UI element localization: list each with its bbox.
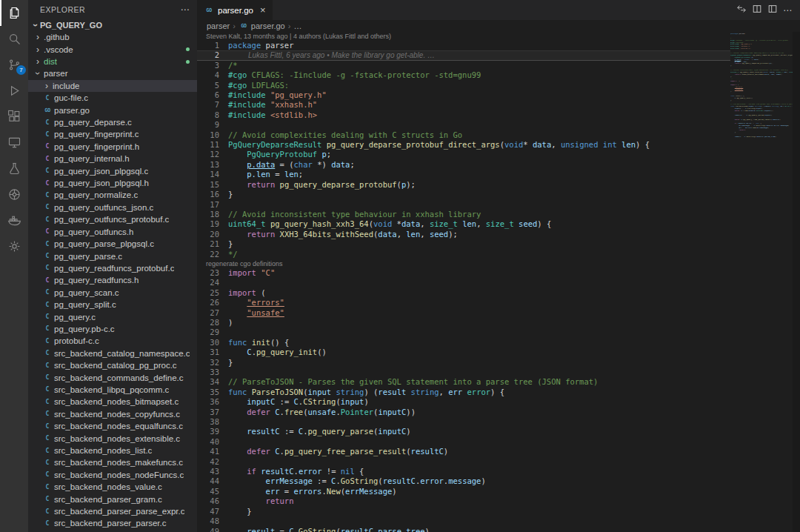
- code-line[interactable]: 36 inputC := C.CString(input): [197, 397, 730, 407]
- tree-item[interactable]: Csrc_backend_nodes_equalfuncs.c: [28, 420, 197, 432]
- tree-item[interactable]: Cpg_query_json_plpgsql.h: [28, 177, 197, 189]
- scrollbar[interactable]: [793, 32, 800, 532]
- code-line[interactable]: 48: [197, 516, 730, 526]
- tree-item[interactable]: Cpg_query_json_plpgsql.c: [28, 164, 197, 176]
- codelens-regenerate-cgo[interactable]: regenerate cgo definitions: [197, 259, 730, 268]
- code-line[interactable]: 25import (: [197, 288, 730, 298]
- section-pg-query-go[interactable]: › PG_QUERY_GO: [28, 19, 197, 31]
- code-line[interactable]: 31 C.pg_query_init(): [197, 348, 730, 357]
- tree-item[interactable]: Csrc_backend_nodes_bitmapset.c: [28, 396, 197, 408]
- breadcrumb-item[interactable]: …: [293, 21, 301, 30]
- tree-item[interactable]: Cpg_query_parse.c: [28, 250, 197, 262]
- tree-item[interactable]: Csrc_backend_parser_parse_expr.c: [28, 505, 197, 517]
- explorer-actions-icon[interactable]: ⋯: [181, 4, 190, 15]
- code-line[interactable]: 6#include "pg_query.h": [197, 90, 730, 100]
- tree-item[interactable]: Cpg_query.c: [28, 310, 197, 322]
- code-line[interactable]: 18// Avoid inconsistent type behaviour i…: [197, 210, 730, 219]
- code-line[interactable]: 10// Avoid complexities dealing with C s…: [197, 130, 730, 140]
- tree-item[interactable]: Csrc_backend_nodes_nodeFuncs.c: [28, 469, 197, 481]
- tree-item[interactable]: Cpg_query_readfuncs.h: [28, 274, 197, 286]
- tree-folder[interactable]: ›.vscode: [28, 43, 197, 55]
- code-line[interactable]: 20 return XXH3_64bits_withSeed(data, len…: [197, 230, 730, 239]
- tree-item[interactable]: Csrc_backend_parser_parser.c: [28, 517, 197, 529]
- code-line[interactable]: 34// ParseToJSON - Parses the given SQL …: [197, 377, 730, 387]
- tab-parser-go[interactable]: GO parser.go ×: [197, 0, 273, 20]
- code-line[interactable]: 23import "C": [197, 268, 730, 278]
- breadcrumb-item[interactable]: GOparser.go: [239, 21, 285, 30]
- code-line[interactable]: 47 }: [197, 507, 730, 516]
- code-line[interactable]: 35func ParseToJSON(input string) (result…: [197, 388, 730, 397]
- code-line[interactable]: 12 PgQueryProtobuf p;: [197, 150, 730, 159]
- code-line[interactable]: 30func init() {: [197, 338, 730, 348]
- code-line[interactable]: 13 p.data = (char *) data;: [197, 160, 730, 170]
- tree-item[interactable]: Cpg_query_split.c: [28, 299, 197, 310]
- code-line[interactable]: 17: [197, 200, 730, 210]
- tree-folder[interactable]: ›dist: [28, 56, 197, 67]
- code-line[interactable]: 22*/: [197, 250, 730, 259]
- code-line[interactable]: 19uint64_t pg_query_hash_xxh3_64(void *d…: [197, 219, 730, 229]
- tree-item[interactable]: Cpg_query_fingerprint.c: [28, 128, 197, 140]
- code-line[interactable]: 39 resultC := C.pg_query_parse(inputC): [197, 427, 730, 436]
- extensions-icon[interactable]: [0, 104, 28, 130]
- gitlens-authors-lens[interactable]: Steven Kalt, 13 months ago | 4 authors (…: [197, 32, 730, 41]
- open-changes-icon[interactable]: [736, 4, 747, 17]
- tree-item[interactable]: Csrc_backend_nodes_extensible.c: [28, 432, 197, 444]
- customize-layout-icon[interactable]: [767, 4, 778, 17]
- code-line[interactable]: 4#cgo CFLAGS: -Iinclude -g -fstack-prote…: [197, 70, 730, 80]
- tree-item[interactable]: Cpg_query_parse_plpgsql.c: [28, 238, 197, 250]
- tree-item[interactable]: Csrc_backend_commands_define.c: [28, 371, 197, 383]
- tree-item[interactable]: Cpg_query_deparse.c: [28, 116, 197, 128]
- code-line[interactable]: 38: [197, 417, 730, 427]
- more-actions-icon[interactable]: ⋯: [783, 5, 793, 16]
- tree-folder[interactable]: ›include: [28, 80, 197, 92]
- code-line[interactable]: 11PgQueryDeparseResult pg_query_deparse_…: [197, 140, 730, 150]
- tree-item[interactable]: Cpg_query_internal.h: [28, 153, 197, 164]
- code-line[interactable]: 32}: [197, 358, 730, 368]
- code-line[interactable]: 33: [197, 368, 730, 377]
- tree-item[interactable]: GOparser.go: [28, 104, 197, 116]
- tree-item[interactable]: Cpg_query_scan.c: [28, 287, 197, 299]
- kubernetes-icon[interactable]: [0, 182, 28, 207]
- tree-item[interactable]: Csrc_backend_libpq_pqcomm.c: [28, 384, 197, 396]
- tree-item[interactable]: Cpg_query_outfuncs_protobuf.c: [28, 213, 197, 225]
- tree-item[interactable]: Csrc_backend_nodes_list.c: [28, 445, 197, 456]
- tree-item[interactable]: Cpg_query_fingerprint.h: [28, 141, 197, 153]
- code-line[interactable]: 24: [197, 278, 730, 287]
- gitlens-icon[interactable]: [0, 233, 28, 259]
- code-line[interactable]: 14 p.len = len;: [197, 170, 730, 179]
- code-line[interactable]: 29: [197, 327, 730, 337]
- code-line[interactable]: 49 result = C.GoString(resultC.parse_tre…: [197, 527, 730, 532]
- code-line[interactable]: 1package parser: [197, 41, 730, 50]
- code-line[interactable]: 42: [197, 457, 730, 467]
- tree-item[interactable]: Csrc_backend_nodes_copyfuncs.c: [28, 408, 197, 420]
- remote-explorer-icon[interactable]: [0, 130, 28, 156]
- code-line[interactable]: 28): [197, 318, 730, 327]
- code-line[interactable]: 5#cgo LDFLAGS:: [197, 81, 730, 90]
- code-line[interactable]: 40: [197, 437, 730, 447]
- code-line[interactable]: 3/*: [197, 61, 730, 70]
- testing-icon[interactable]: [0, 156, 28, 182]
- run-debug-icon[interactable]: [0, 78, 28, 104]
- tree-item[interactable]: Csrc_backend_nodes_makefuncs.c: [28, 456, 197, 468]
- code-line[interactable]: 21}: [197, 239, 730, 249]
- code-line[interactable]: 9: [197, 120, 730, 130]
- docker-icon[interactable]: [0, 207, 28, 233]
- tree-item[interactable]: Csrc_backend_catalog_namespace.c: [28, 348, 197, 359]
- code-editor[interactable]: Steven Kalt, 13 months ago | 4 authors (…: [197, 32, 730, 532]
- explorer-icon[interactable]: [0, 0, 28, 26]
- close-tab-icon[interactable]: ×: [260, 4, 266, 16]
- code-line[interactable]: 2Lukas Fittl, 6 years ago • Make the lib…: [197, 50, 730, 60]
- tree-item[interactable]: Cpg_query_outfuncs.h: [28, 226, 197, 238]
- tree-folder[interactable]: ›.github: [28, 31, 197, 43]
- minimap[interactable]: package parser/*#cgo CFLAGS: -Iinclude -…: [730, 32, 793, 532]
- code-line[interactable]: 41 defer C.pg_query_free_parse_result(re…: [197, 447, 730, 456]
- code-line[interactable]: 27 "unsafe": [197, 308, 730, 318]
- tree-item[interactable]: Csrc_backend_nodes_value.c: [28, 481, 197, 493]
- tree-item[interactable]: Csrc_backend_catalog_pg_proc.c: [28, 359, 197, 371]
- tree-folder[interactable]: ›parser: [28, 67, 197, 79]
- code-line[interactable]: 26 "errors": [197, 298, 730, 307]
- code-line[interactable]: 16}: [197, 190, 730, 199]
- tree-item[interactable]: Cprotobuf-c.c: [28, 335, 197, 347]
- breadcrumb-item[interactable]: parser: [207, 21, 230, 30]
- tree-item[interactable]: Cpg_query_outfuncs_json.c: [28, 202, 197, 213]
